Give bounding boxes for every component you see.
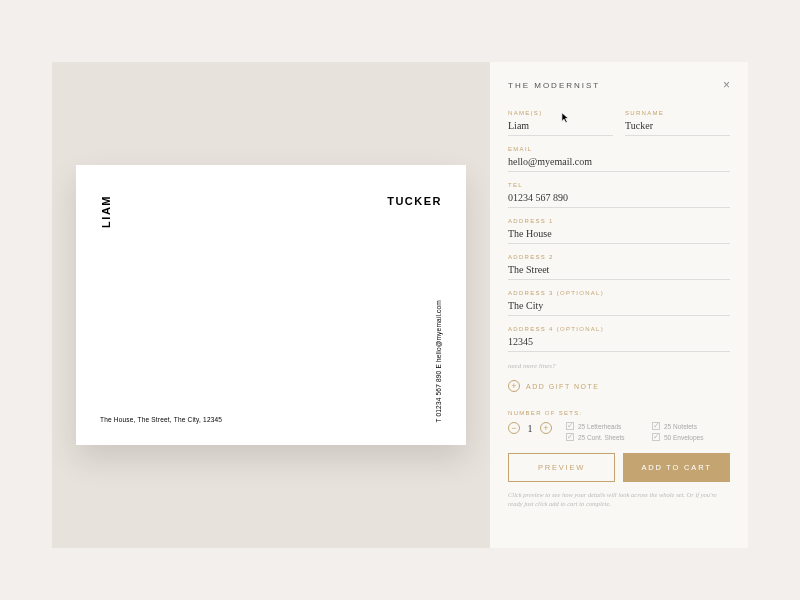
names-label: NAME(S) [508, 110, 613, 116]
card-surname: TUCKER [387, 195, 442, 207]
include-item: 25 Cont. Sheets [566, 433, 644, 441]
names-input[interactable] [508, 118, 613, 136]
quantity-stepper: − 1 + [508, 422, 552, 434]
surname-input[interactable] [625, 118, 730, 136]
stationery-card: LIAM TUCKER The House, The Street, The C… [76, 165, 466, 445]
customize-panel: THE MODERNIST × NAME(S) SURNAME EMAIL TE… [490, 62, 748, 548]
preview-button[interactable]: PREVIEW [508, 453, 615, 482]
card-first-name: LIAM [100, 195, 112, 228]
tel-input[interactable] [508, 190, 730, 208]
include-item: 50 Envelopes [652, 433, 730, 441]
tel-label: TEL [508, 182, 730, 188]
gift-note-label[interactable]: ADD GIFT NOTE [526, 383, 599, 390]
email-label: EMAIL [508, 146, 730, 152]
include-item: 25 Notelets [652, 422, 730, 430]
addr4-input[interactable] [508, 334, 730, 352]
surname-label: SURNAME [625, 110, 730, 116]
panel-title: THE MODERNIST [508, 81, 600, 90]
close-icon[interactable]: × [723, 78, 730, 92]
addr3-input[interactable] [508, 298, 730, 316]
includes-list: 25 Letterheads 25 Notelets 25 Cont. Shee… [566, 422, 730, 441]
sets-value: 1 [525, 423, 535, 434]
addr2-input[interactable] [508, 262, 730, 280]
addr3-label: ADDRESS 3 (OPTIONAL) [508, 290, 730, 296]
card-address: The House, The Street, The City, 12345 [100, 416, 222, 423]
check-icon [652, 422, 660, 430]
preview-area: LIAM TUCKER The House, The Street, The C… [52, 62, 490, 548]
minus-icon[interactable]: − [508, 422, 520, 434]
addr1-label: ADDRESS 1 [508, 218, 730, 224]
plus-icon[interactable]: + [540, 422, 552, 434]
addr1-input[interactable] [508, 226, 730, 244]
footnote: Click preview to see how your details wi… [508, 490, 730, 508]
more-lines-hint[interactable]: need more lines? [508, 362, 730, 370]
plus-icon[interactable]: + [508, 380, 520, 392]
include-item: 25 Letterheads [566, 422, 644, 430]
check-icon [566, 422, 574, 430]
addr2-label: ADDRESS 2 [508, 254, 730, 260]
email-input[interactable] [508, 154, 730, 172]
card-contact: T 01234 567 890 E hello@myemail.com [435, 300, 442, 423]
check-icon [652, 433, 660, 441]
addr4-label: ADDRESS 4 (OPTIONAL) [508, 326, 730, 332]
sets-label: NUMBER OF SETS: [508, 410, 730, 416]
check-icon [566, 433, 574, 441]
add-to-cart-button[interactable]: ADD TO CART [623, 453, 730, 482]
